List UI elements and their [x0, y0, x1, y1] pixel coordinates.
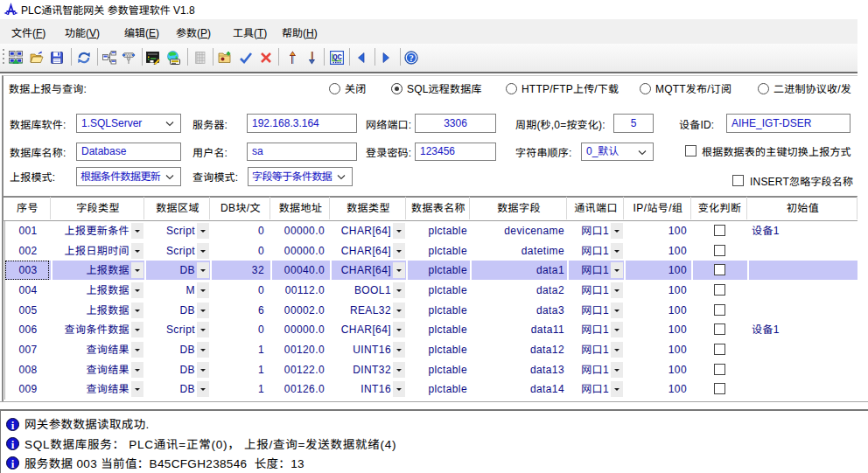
svg-text:?: ? — [409, 53, 413, 63]
svg-text:QC: QC — [332, 53, 342, 62]
